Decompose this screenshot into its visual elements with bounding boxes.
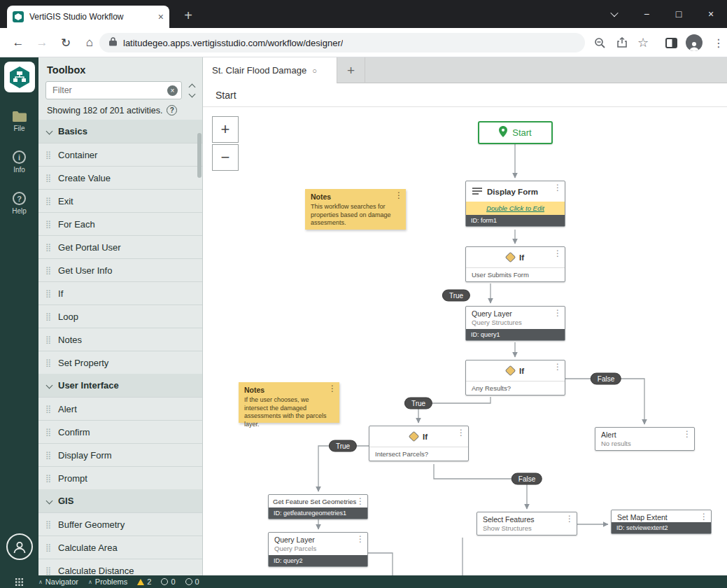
design-canvas[interactable]: + − Start Display Form ⋮ Double Click t: [203, 107, 727, 575]
toolbox-item-loop[interactable]: ⣿Loop: [38, 304, 202, 328]
node-menu-kebab-icon[interactable]: ⋮: [683, 429, 691, 439]
node-menu-kebab-icon[interactable]: ⋮: [457, 428, 465, 438]
toolbox-item-container[interactable]: ⣿Container: [38, 143, 202, 166]
sticky-note[interactable]: ⋮ Notes If the user chooses, we intersec…: [239, 382, 339, 423]
node-get-feature-set-geometries[interactable]: Get Feature Set Geometries⋮ ID: getfeatu…: [268, 494, 368, 519]
navigator-toggle[interactable]: ∧ Navigator: [38, 578, 78, 586]
zoom-out-button[interactable]: −: [212, 144, 239, 171]
node-subtitle: No results: [595, 440, 694, 450]
reload-button[interactable]: ↻: [57, 34, 74, 51]
node-menu-kebab-icon[interactable]: ⋮: [553, 308, 562, 318]
node-menu-kebab-icon[interactable]: ⋮: [553, 362, 562, 372]
activities-count-text: Showing 182 of 201 activities.: [47, 106, 162, 115]
document-tab[interactable]: St. Clair Flood Damage ○: [203, 57, 337, 83]
breadcrumb[interactable]: Start: [203, 83, 727, 107]
node-menu-kebab-icon[interactable]: ⋮: [328, 384, 337, 393]
error-indicator[interactable]: 0: [161, 578, 175, 586]
apps-grid-icon[interactable]: [0, 578, 38, 586]
node-menu-kebab-icon[interactable]: ⋮: [553, 183, 562, 192]
node-query-structures[interactable]: Query Layer⋮ Query Structures ID: query1: [465, 306, 565, 341]
edge-label-true: True: [442, 290, 470, 302]
toolbox-section-user-interface[interactable]: User Interface: [38, 374, 202, 397]
node-if-intersect-parcels[interactable]: If ⋮ Intersect Parcels?: [369, 426, 469, 461]
node-select-features[interactable]: Select Features⋮ Show Structures: [477, 512, 577, 536]
tab-search-chevron-icon[interactable]: [598, 0, 630, 28]
toolbox-section-gis[interactable]: GIS: [38, 489, 202, 512]
user-avatar-icon[interactable]: [6, 533, 33, 560]
toolbox-item-create-value[interactable]: ⣿Create Value: [38, 166, 202, 189]
toolbox-item-get-portal-user[interactable]: ⣿Get Portal User: [38, 235, 202, 258]
toolbox-item-exit[interactable]: ⣿Exit: [38, 189, 202, 212]
toolbox-item-confirm[interactable]: ⣿Confirm: [38, 420, 202, 443]
sidebar-item-file[interactable]: File: [0, 111, 38, 132]
browser-menu-kebab-icon[interactable]: ⋮: [711, 35, 726, 50]
tab-close-icon[interactable]: ×: [158, 12, 164, 22]
status-bar: ∧ Navigator ∧ Problems 2 0 0: [0, 575, 727, 588]
node-title: Get Feature Set Geometries: [273, 498, 356, 505]
side-panel-icon[interactable]: [663, 35, 679, 50]
toolbox-item-alert[interactable]: ⣿Alert: [38, 397, 202, 420]
node-display-form[interactable]: Display Form ⋮ Double Click to Edit ID: …: [465, 181, 565, 227]
home-button[interactable]: ⌂: [81, 34, 98, 51]
node-menu-kebab-icon[interactable]: ⋮: [565, 514, 574, 524]
drag-handle-icon: ⣿: [45, 543, 51, 552]
node-start[interactable]: Start: [478, 121, 553, 144]
profile-avatar[interactable]: [686, 34, 703, 51]
toolbox-title: Toolbox: [38, 57, 202, 80]
node-id-label: ID: query2: [269, 555, 367, 566]
forward-button[interactable]: →: [34, 34, 50, 51]
node-set-map-extent[interactable]: Set Map Extent⋮ ID: setviewextent2: [611, 510, 712, 534]
share-icon[interactable]: [614, 35, 630, 50]
toolbox-item-get-user-info[interactable]: ⣿Get User Info: [38, 258, 202, 281]
toolbox-item-prompt[interactable]: ⣿Prompt: [38, 466, 202, 489]
help-icon[interactable]: ?: [167, 105, 177, 115]
double-click-edit-hint[interactable]: Double Click to Edit: [466, 202, 565, 215]
browser-tab[interactable]: VertiGIS Studio Workflow ×: [7, 6, 169, 28]
if-diamond-icon: [409, 431, 420, 442]
toolbox-section-basics[interactable]: Basics: [38, 120, 202, 143]
sidebar-item-help[interactable]: ? Help: [0, 192, 38, 215]
problems-toggle[interactable]: ∧ Problems: [88, 578, 127, 586]
window-minimize-button[interactable]: −: [630, 0, 663, 28]
window-maximize-button[interactable]: □: [663, 0, 695, 28]
node-menu-kebab-icon[interactable]: ⋮: [395, 190, 403, 200]
zoom-icon[interactable]: [592, 35, 607, 50]
toolbox-item-if[interactable]: ⣿If: [38, 281, 202, 304]
filter-input[interactable]: [45, 81, 182, 99]
toolbox-scrollbar[interactable]: [197, 133, 202, 178]
clear-filter-icon[interactable]: ×: [167, 85, 178, 96]
node-if-user-submits[interactable]: If ⋮ User Submits Form: [465, 246, 565, 282]
toolbox-item-calculate-area[interactable]: ⣿Calculate Area: [38, 536, 202, 559]
toolbox-item-display-form[interactable]: ⣿Display Form: [38, 443, 202, 466]
new-workflow-tab-button[interactable]: +: [337, 57, 365, 83]
new-tab-button[interactable]: +: [178, 6, 199, 25]
node-menu-kebab-icon[interactable]: ⋮: [356, 496, 365, 506]
info-indicator[interactable]: 0: [185, 578, 199, 586]
vertigis-logo[interactable]: [4, 62, 35, 92]
node-menu-kebab-icon[interactable]: ⋮: [356, 534, 365, 544]
toolbox-item-calculate-distance[interactable]: ⣿Calculate Distance: [38, 559, 202, 575]
node-menu-kebab-icon[interactable]: ⋮: [553, 248, 562, 258]
node-alert[interactable]: Alert⋮ No results: [595, 427, 695, 451]
expand-collapse-all-toggle[interactable]: [187, 85, 197, 97]
error-count: 0: [171, 578, 175, 586]
window-close-button[interactable]: ×: [695, 0, 727, 28]
zoom-in-button[interactable]: +: [212, 116, 239, 143]
toolbox-item-for-each[interactable]: ⣿For Each: [38, 212, 202, 235]
toolbox-item-buffer-geometry[interactable]: ⣿Buffer Geometry: [38, 512, 202, 536]
drag-handle-icon: ⣿: [45, 566, 51, 575]
node-query-parcels[interactable]: Query Layer⋮ Query Parcels ID: query2: [268, 532, 368, 567]
back-button[interactable]: ←: [10, 34, 27, 51]
node-menu-kebab-icon[interactable]: ⋮: [700, 512, 708, 522]
warning-indicator[interactable]: 2: [137, 578, 151, 586]
toolbox-item-notes[interactable]: ⣿Notes: [38, 328, 202, 351]
node-if-any-results[interactable]: If ⋮ Any Results?: [465, 360, 565, 396]
address-bar[interactable]: latitudegeo.apps.vertigisstudio.com/work…: [99, 33, 585, 52]
sidebar-item-info[interactable]: i Info: [0, 150, 38, 174]
chevron-up-icon: [188, 83, 195, 90]
bookmark-star-icon[interactable]: ☆: [635, 35, 651, 50]
toolbox-item-label: Create Value: [58, 173, 111, 183]
toolbox-item-set-property[interactable]: ⣿Set Property: [38, 351, 202, 374]
drag-handle-icon: ⣿: [45, 335, 51, 344]
sticky-note[interactable]: ⋮ Notes This workflow searches for prope…: [305, 189, 406, 230]
